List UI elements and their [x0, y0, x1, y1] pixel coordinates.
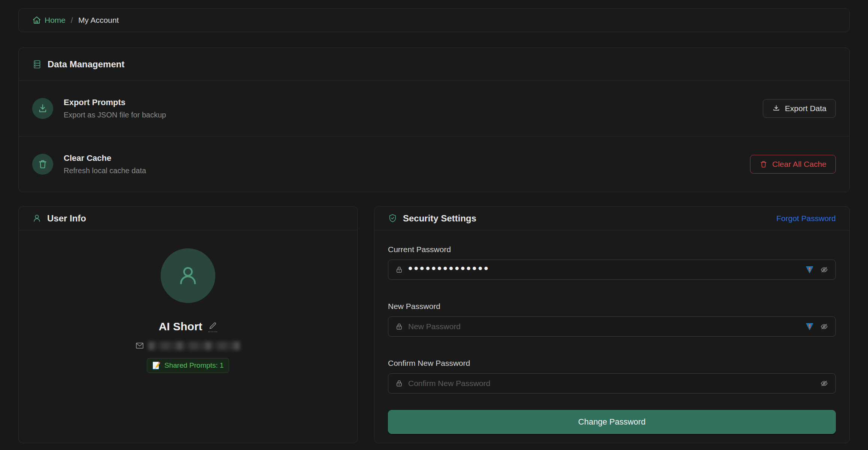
new-password-input[interactable] — [408, 322, 801, 331]
key-manager-icon[interactable] — [805, 322, 814, 331]
lock-icon — [395, 379, 403, 388]
clear-cache-subtitle: Refresh local cache data — [64, 166, 146, 175]
user-info-body: AI Short 📝 Shared Prompts: 1 — [19, 230, 357, 373]
export-prompts-subtitle: Export as JSON file for backup — [64, 111, 166, 119]
clear-all-cache-button[interactable]: Clear All Cache — [750, 155, 836, 174]
email-redacted — [148, 342, 241, 350]
home-icon — [32, 16, 41, 25]
data-management-card: Data Management Export Prompts Export as… — [18, 48, 850, 192]
breadcrumb-home-label: Home — [45, 16, 66, 25]
pencil-icon[interactable] — [208, 321, 217, 332]
eye-slash-icon[interactable] — [820, 265, 829, 274]
mail-icon — [135, 341, 144, 350]
shared-prompts-label: Shared Prompts: 1 — [164, 361, 224, 370]
download-icon — [32, 98, 53, 119]
clear-cache-title: Clear Cache — [64, 153, 146, 163]
breadcrumb-home-link[interactable]: Home — [32, 16, 66, 25]
security-settings-header: Security Settings Forgot Password — [374, 206, 849, 230]
change-password-button[interactable]: Change Password — [388, 410, 836, 434]
breadcrumb-current: My Account — [78, 16, 119, 25]
user-info-card: User Info AI Short — [18, 206, 358, 443]
trash-icon — [759, 160, 768, 168]
confirm-password-input[interactable] — [408, 379, 815, 388]
export-prompts-title: Export Prompts — [64, 98, 166, 107]
clear-all-cache-label: Clear All Cache — [772, 160, 826, 169]
password-form: Current Password — [374, 230, 849, 434]
content-columns: User Info AI Short — [18, 206, 850, 443]
download-icon — [772, 104, 780, 113]
user-info-title: User Info — [47, 213, 86, 224]
user-name-row: AI Short — [159, 320, 218, 333]
current-password-input[interactable] — [408, 261, 801, 278]
security-settings-card: Security Settings Forgot Password Curren… — [374, 206, 850, 443]
user-info-header: User Info — [19, 206, 357, 230]
data-management-title: Data Management — [48, 59, 124, 70]
avatar — [161, 248, 215, 303]
new-password-field — [388, 316, 836, 337]
key-manager-icon[interactable] — [805, 265, 814, 274]
forgot-password-link[interactable]: Forgot Password — [776, 214, 836, 223]
shared-prompts-badge: 📝 Shared Prompts: 1 — [147, 358, 230, 373]
memo-icon: 📝 — [152, 361, 161, 370]
export-data-label: Export Data — [785, 104, 826, 113]
new-password-label: New Password — [388, 301, 836, 312]
data-management-header: Data Management — [19, 48, 849, 81]
user-name: AI Short — [159, 320, 203, 333]
trash-icon — [32, 154, 53, 175]
export-data-button[interactable]: Export Data — [763, 99, 836, 118]
breadcrumb: Home / My Account — [18, 8, 850, 32]
eye-slash-icon[interactable] — [820, 322, 829, 331]
eye-slash-icon[interactable] — [820, 379, 829, 388]
export-prompts-row: Export Prompts Export as JSON file for b… — [19, 81, 849, 136]
user-email-row — [135, 341, 241, 350]
clear-cache-row: Clear Cache Refresh local cache data Cle… — [19, 136, 849, 192]
database-icon — [32, 59, 42, 69]
lock-icon — [395, 322, 403, 331]
lock-icon — [395, 266, 403, 274]
breadcrumb-separator: / — [71, 16, 73, 25]
shield-check-icon — [388, 214, 397, 223]
current-password-field — [388, 260, 836, 280]
user-icon — [32, 214, 42, 223]
confirm-password-field — [388, 373, 836, 394]
confirm-password-label: Confirm New Password — [388, 358, 836, 369]
security-settings-title: Security Settings — [403, 213, 476, 224]
current-password-label: Current Password — [388, 244, 836, 255]
